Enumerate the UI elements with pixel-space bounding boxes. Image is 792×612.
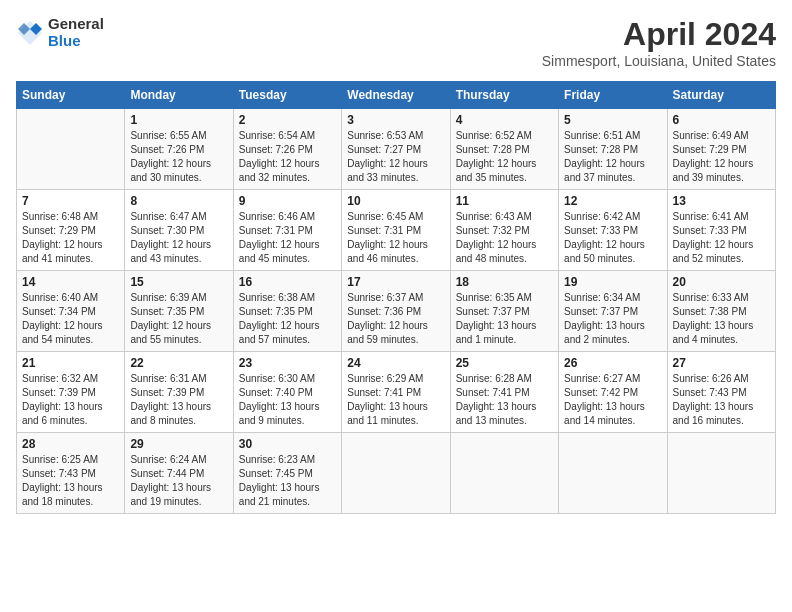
calendar-cell: 12Sunrise: 6:42 AM Sunset: 7:33 PM Dayli… xyxy=(559,190,667,271)
header-day-wednesday: Wednesday xyxy=(342,82,450,109)
calendar-cell: 4Sunrise: 6:52 AM Sunset: 7:28 PM Daylig… xyxy=(450,109,558,190)
day-number: 29 xyxy=(130,437,227,451)
cell-info: Sunrise: 6:43 AM Sunset: 7:32 PM Dayligh… xyxy=(456,210,553,266)
cell-info: Sunrise: 6:53 AM Sunset: 7:27 PM Dayligh… xyxy=(347,129,444,185)
cell-info: Sunrise: 6:49 AM Sunset: 7:29 PM Dayligh… xyxy=(673,129,770,185)
calendar-cell: 20Sunrise: 6:33 AM Sunset: 7:38 PM Dayli… xyxy=(667,271,775,352)
header-day-friday: Friday xyxy=(559,82,667,109)
calendar-body: 1Sunrise: 6:55 AM Sunset: 7:26 PM Daylig… xyxy=(17,109,776,514)
calendar-cell: 17Sunrise: 6:37 AM Sunset: 7:36 PM Dayli… xyxy=(342,271,450,352)
cell-info: Sunrise: 6:30 AM Sunset: 7:40 PM Dayligh… xyxy=(239,372,336,428)
cell-info: Sunrise: 6:38 AM Sunset: 7:35 PM Dayligh… xyxy=(239,291,336,347)
cell-info: Sunrise: 6:45 AM Sunset: 7:31 PM Dayligh… xyxy=(347,210,444,266)
calendar-cell: 21Sunrise: 6:32 AM Sunset: 7:39 PM Dayli… xyxy=(17,352,125,433)
calendar-cell xyxy=(450,433,558,514)
day-number: 20 xyxy=(673,275,770,289)
calendar-cell: 30Sunrise: 6:23 AM Sunset: 7:45 PM Dayli… xyxy=(233,433,341,514)
cell-info: Sunrise: 6:25 AM Sunset: 7:43 PM Dayligh… xyxy=(22,453,119,509)
logo-text: General Blue xyxy=(48,16,104,49)
day-number: 15 xyxy=(130,275,227,289)
cell-info: Sunrise: 6:48 AM Sunset: 7:29 PM Dayligh… xyxy=(22,210,119,266)
day-number: 13 xyxy=(673,194,770,208)
calendar-cell: 8Sunrise: 6:47 AM Sunset: 7:30 PM Daylig… xyxy=(125,190,233,271)
header-day-thursday: Thursday xyxy=(450,82,558,109)
day-number: 14 xyxy=(22,275,119,289)
calendar-cell: 22Sunrise: 6:31 AM Sunset: 7:39 PM Dayli… xyxy=(125,352,233,433)
day-number: 26 xyxy=(564,356,661,370)
cell-info: Sunrise: 6:27 AM Sunset: 7:42 PM Dayligh… xyxy=(564,372,661,428)
cell-info: Sunrise: 6:42 AM Sunset: 7:33 PM Dayligh… xyxy=(564,210,661,266)
week-row-0: 1Sunrise: 6:55 AM Sunset: 7:26 PM Daylig… xyxy=(17,109,776,190)
calendar-cell: 3Sunrise: 6:53 AM Sunset: 7:27 PM Daylig… xyxy=(342,109,450,190)
day-number: 19 xyxy=(564,275,661,289)
calendar-cell: 6Sunrise: 6:49 AM Sunset: 7:29 PM Daylig… xyxy=(667,109,775,190)
month-year: April 2024 xyxy=(542,16,776,53)
day-number: 3 xyxy=(347,113,444,127)
cell-info: Sunrise: 6:55 AM Sunset: 7:26 PM Dayligh… xyxy=(130,129,227,185)
calendar-cell: 11Sunrise: 6:43 AM Sunset: 7:32 PM Dayli… xyxy=(450,190,558,271)
day-number: 28 xyxy=(22,437,119,451)
day-number: 25 xyxy=(456,356,553,370)
calendar-cell xyxy=(667,433,775,514)
day-number: 17 xyxy=(347,275,444,289)
day-number: 6 xyxy=(673,113,770,127)
logo-blue: Blue xyxy=(48,33,104,50)
cell-info: Sunrise: 6:33 AM Sunset: 7:38 PM Dayligh… xyxy=(673,291,770,347)
header-row: SundayMondayTuesdayWednesdayThursdayFrid… xyxy=(17,82,776,109)
calendar-cell: 23Sunrise: 6:30 AM Sunset: 7:40 PM Dayli… xyxy=(233,352,341,433)
calendar-cell: 26Sunrise: 6:27 AM Sunset: 7:42 PM Dayli… xyxy=(559,352,667,433)
cell-info: Sunrise: 6:41 AM Sunset: 7:33 PM Dayligh… xyxy=(673,210,770,266)
cell-info: Sunrise: 6:23 AM Sunset: 7:45 PM Dayligh… xyxy=(239,453,336,509)
day-number: 18 xyxy=(456,275,553,289)
calendar-cell: 1Sunrise: 6:55 AM Sunset: 7:26 PM Daylig… xyxy=(125,109,233,190)
calendar-cell: 27Sunrise: 6:26 AM Sunset: 7:43 PM Dayli… xyxy=(667,352,775,433)
cell-info: Sunrise: 6:37 AM Sunset: 7:36 PM Dayligh… xyxy=(347,291,444,347)
day-number: 30 xyxy=(239,437,336,451)
day-number: 23 xyxy=(239,356,336,370)
cell-info: Sunrise: 6:24 AM Sunset: 7:44 PM Dayligh… xyxy=(130,453,227,509)
week-row-3: 21Sunrise: 6:32 AM Sunset: 7:39 PM Dayli… xyxy=(17,352,776,433)
calendar-cell: 28Sunrise: 6:25 AM Sunset: 7:43 PM Dayli… xyxy=(17,433,125,514)
day-number: 11 xyxy=(456,194,553,208)
calendar-cell: 9Sunrise: 6:46 AM Sunset: 7:31 PM Daylig… xyxy=(233,190,341,271)
calendar-cell: 5Sunrise: 6:51 AM Sunset: 7:28 PM Daylig… xyxy=(559,109,667,190)
day-number: 2 xyxy=(239,113,336,127)
calendar-cell: 7Sunrise: 6:48 AM Sunset: 7:29 PM Daylig… xyxy=(17,190,125,271)
logo-general: General xyxy=(48,16,104,33)
calendar-cell: 15Sunrise: 6:39 AM Sunset: 7:35 PM Dayli… xyxy=(125,271,233,352)
cell-info: Sunrise: 6:46 AM Sunset: 7:31 PM Dayligh… xyxy=(239,210,336,266)
day-number: 7 xyxy=(22,194,119,208)
page-header: General Blue April 2024 Simmesport, Loui… xyxy=(16,16,776,69)
calendar-cell: 13Sunrise: 6:41 AM Sunset: 7:33 PM Dayli… xyxy=(667,190,775,271)
day-number: 9 xyxy=(239,194,336,208)
day-number: 5 xyxy=(564,113,661,127)
header-day-sunday: Sunday xyxy=(17,82,125,109)
title-block: April 2024 Simmesport, Louisiana, United… xyxy=(542,16,776,69)
header-day-monday: Monday xyxy=(125,82,233,109)
cell-info: Sunrise: 6:34 AM Sunset: 7:37 PM Dayligh… xyxy=(564,291,661,347)
calendar-header: SundayMondayTuesdayWednesdayThursdayFrid… xyxy=(17,82,776,109)
day-number: 10 xyxy=(347,194,444,208)
day-number: 16 xyxy=(239,275,336,289)
calendar-cell xyxy=(17,109,125,190)
cell-info: Sunrise: 6:51 AM Sunset: 7:28 PM Dayligh… xyxy=(564,129,661,185)
week-row-4: 28Sunrise: 6:25 AM Sunset: 7:43 PM Dayli… xyxy=(17,433,776,514)
cell-info: Sunrise: 6:35 AM Sunset: 7:37 PM Dayligh… xyxy=(456,291,553,347)
cell-info: Sunrise: 6:40 AM Sunset: 7:34 PM Dayligh… xyxy=(22,291,119,347)
svg-marker-0 xyxy=(18,21,42,45)
cell-info: Sunrise: 6:47 AM Sunset: 7:30 PM Dayligh… xyxy=(130,210,227,266)
day-number: 1 xyxy=(130,113,227,127)
header-day-tuesday: Tuesday xyxy=(233,82,341,109)
calendar-cell: 14Sunrise: 6:40 AM Sunset: 7:34 PM Dayli… xyxy=(17,271,125,352)
day-number: 4 xyxy=(456,113,553,127)
day-number: 12 xyxy=(564,194,661,208)
day-number: 22 xyxy=(130,356,227,370)
day-number: 8 xyxy=(130,194,227,208)
cell-info: Sunrise: 6:28 AM Sunset: 7:41 PM Dayligh… xyxy=(456,372,553,428)
day-number: 21 xyxy=(22,356,119,370)
cell-info: Sunrise: 6:52 AM Sunset: 7:28 PM Dayligh… xyxy=(456,129,553,185)
calendar-cell: 29Sunrise: 6:24 AM Sunset: 7:44 PM Dayli… xyxy=(125,433,233,514)
week-row-2: 14Sunrise: 6:40 AM Sunset: 7:34 PM Dayli… xyxy=(17,271,776,352)
calendar-cell: 18Sunrise: 6:35 AM Sunset: 7:37 PM Dayli… xyxy=(450,271,558,352)
cell-info: Sunrise: 6:29 AM Sunset: 7:41 PM Dayligh… xyxy=(347,372,444,428)
